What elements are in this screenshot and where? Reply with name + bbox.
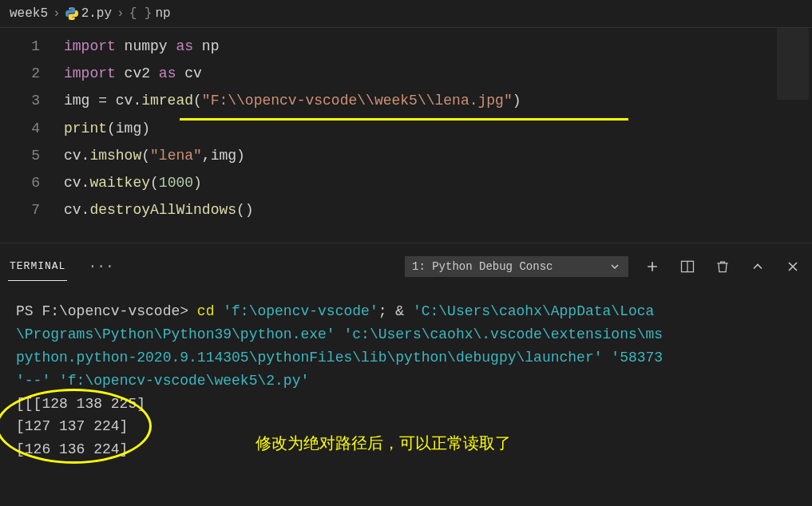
line-number: 6 — [0, 169, 64, 196]
chevron-up-icon — [750, 259, 766, 275]
code-editor[interactable]: 1import numpy as np2import cv2 as cv3img… — [0, 28, 812, 243]
annotation-text: 修改为绝对路径后，可以正常读取了 — [255, 430, 511, 456]
code-content[interactable]: img = cv.imread("F:\\opencv-vscode\\week… — [64, 87, 521, 114]
terminal-output[interactable]: PS F:\opencv-vscode> cd 'f:\opencv-vscod… — [0, 284, 812, 477]
terminal-panel-header: TERMINAL ··· 1: Python Debug Consc — [0, 243, 812, 284]
terminal-path: '58373 — [603, 350, 663, 366]
highlight-ellipse — [0, 389, 152, 464]
split-icon — [679, 259, 695, 275]
new-terminal-button[interactable] — [641, 255, 663, 278]
terminal-path: '--' — [16, 373, 50, 389]
line-number: 3 — [0, 87, 64, 114]
code-line[interactable]: 1import numpy as np — [0, 33, 812, 60]
dropdown-label: 1: Python Debug Consc — [412, 260, 553, 273]
line-number: 7 — [0, 196, 64, 223]
svg-point-1 — [73, 18, 74, 19]
terminal-selector-dropdown[interactable]: 1: Python Debug Consc — [405, 256, 628, 277]
close-panel-button[interactable] — [782, 255, 804, 278]
terminal-prompt: PS F:\opencv-vscode> — [16, 303, 197, 319]
breadcrumb-part2[interactable]: 2.py — [81, 6, 112, 21]
code-content[interactable]: import numpy as np — [64, 33, 219, 60]
breadcrumb-part1[interactable]: week5 — [10, 6, 48, 21]
code-content[interactable]: cv.imshow("lena",img) — [64, 142, 245, 169]
code-line[interactable]: 6cv.waitkey(1000) — [0, 169, 812, 196]
tab-terminal[interactable]: TERMINAL — [8, 252, 67, 281]
terminal-path: 'C:\Users\caohx\AppData\Loca — [413, 303, 654, 319]
code-line[interactable]: 7cv.destroyAllWindows() — [0, 196, 812, 223]
code-content[interactable]: import cv2 as cv — [64, 60, 202, 87]
highlight-underline — [180, 118, 628, 121]
trash-icon — [715, 259, 731, 275]
terminal-cmd: cd — [197, 303, 223, 319]
terminal-path: python.python-2020.9.114305\pythonFiles\… — [16, 350, 603, 366]
terminal-path: 'f:\opencv-vscode\week5\2.py' — [50, 373, 309, 389]
line-number: 1 — [0, 33, 64, 60]
code-content[interactable]: print(img) — [64, 115, 150, 142]
terminal-path: 'c:\Users\caohx\.vscode\extensions\ms — [335, 326, 663, 342]
terminal-path: 'f:\opencv-vscode' — [223, 303, 378, 319]
code-line[interactable]: 2import cv2 as cv — [0, 60, 812, 87]
chevron-right-icon: › — [117, 6, 125, 21]
line-number: 4 — [0, 115, 64, 142]
kill-terminal-button[interactable] — [711, 255, 734, 278]
code-line[interactable]: 5cv.imshow("lena",img) — [0, 142, 812, 169]
code-content[interactable]: cv.waitkey(1000) — [64, 169, 202, 196]
breadcrumb[interactable]: week5 › 2.py › { } np — [0, 0, 812, 28]
maximize-panel-button[interactable] — [747, 255, 769, 278]
code-line[interactable]: 3img = cv.imread("F:\\opencv-vscode\\wee… — [0, 87, 812, 114]
plus-icon — [644, 259, 660, 275]
terminal-path: \Programs\Python\Python39\python.exe' — [16, 326, 335, 342]
symbol-namespace-icon: { } — [129, 6, 152, 21]
terminal-text: ; & — [378, 303, 413, 319]
code-content[interactable]: cv.destroyAllWindows() — [64, 196, 254, 223]
breadcrumb-part3[interactable]: np — [155, 6, 170, 21]
minimap[interactable] — [777, 28, 809, 100]
line-number: 5 — [0, 142, 64, 169]
line-number: 2 — [0, 60, 64, 87]
python-icon — [65, 7, 78, 20]
chevron-down-icon — [608, 260, 621, 273]
chevron-right-icon: › — [53, 6, 61, 21]
close-icon — [785, 259, 801, 275]
overflow-menu-icon[interactable]: ··· — [83, 259, 118, 275]
split-terminal-button[interactable] — [676, 255, 699, 278]
svg-point-0 — [69, 8, 69, 9]
